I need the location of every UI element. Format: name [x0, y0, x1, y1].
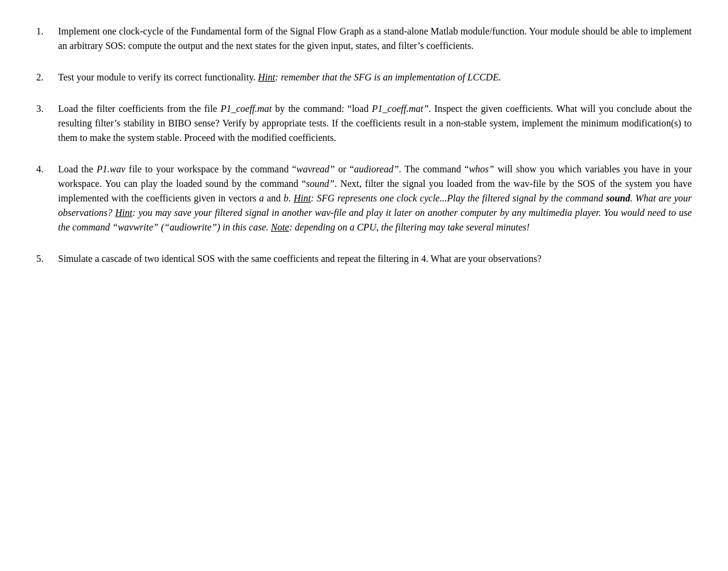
text-segment: Hint: [258, 72, 275, 82]
text-segment: sound: [606, 193, 630, 203]
text-segment: by the command: “load: [272, 103, 372, 114]
text-segment: b: [284, 193, 288, 203]
list-item-3: Load the filter coefficients from the fi…: [36, 102, 692, 145]
list-item-2: Test your module to verify its correct f…: [36, 70, 692, 85]
text-segment: and: [264, 193, 284, 203]
text-segment: a: [259, 193, 264, 203]
text-segment: :: [132, 207, 138, 218]
text-segment: ...Play the filtered signal by the comma…: [440, 193, 606, 203]
text-segment: P1.wav: [97, 164, 126, 174]
text-segment: Implement one clock-cycle of the Fundame…: [58, 26, 692, 51]
task-list: Implement one clock-cycle of the Fundame…: [36, 24, 692, 266]
item-text-1: Implement one clock-cycle of the Fundame…: [58, 24, 692, 53]
text-segment: . The command “: [399, 164, 469, 174]
text-segment: .: [288, 193, 294, 203]
item-text-2: Test your module to verify its correct f…: [58, 70, 692, 85]
item-text-4: Load the P1.wav file to your workspace b…: [58, 162, 692, 235]
text-segment: Load the filter coefficients from the fi…: [58, 103, 221, 114]
text-segment: file to your workspace by the command “: [125, 164, 296, 174]
text-segment: Load the: [58, 164, 97, 174]
list-item-4: Load the P1.wav file to your workspace b…: [36, 162, 692, 235]
text-segment: or “: [335, 164, 354, 174]
text-segment: Simulate a cascade of two identical SOS …: [58, 253, 542, 264]
main-content: Implement one clock-cycle of the Fundame…: [36, 24, 692, 266]
text-segment: SFG represents one clock cycle: [317, 193, 440, 203]
text-segment: remember that the SFG is an implementati…: [281, 72, 501, 82]
text-segment: wavread”: [296, 164, 334, 174]
text-segment: P1_coeff.mat: [221, 103, 272, 114]
text-segment: Hint: [115, 207, 132, 218]
text-segment: P1_coeff.mat”: [372, 103, 429, 114]
list-item-1: Implement one clock-cycle of the Fundame…: [36, 24, 692, 53]
text-segment: Note: [271, 222, 289, 232]
text-segment: whos”: [469, 164, 494, 174]
item-text-5: Simulate a cascade of two identical SOS …: [58, 252, 692, 266]
text-segment: :: [311, 193, 317, 203]
text-segment: audioread”: [354, 164, 398, 174]
list-item-5: Simulate a cascade of two identical SOS …: [36, 252, 692, 266]
text-segment: : depending on a CPU, the filtering may …: [289, 222, 530, 232]
item-text-3: Load the filter coefficients from the fi…: [58, 102, 692, 145]
text-segment: sound”: [306, 178, 334, 189]
text-segment: Hint: [294, 193, 311, 203]
text-segment: Test your module to verify its correct f…: [58, 72, 258, 82]
